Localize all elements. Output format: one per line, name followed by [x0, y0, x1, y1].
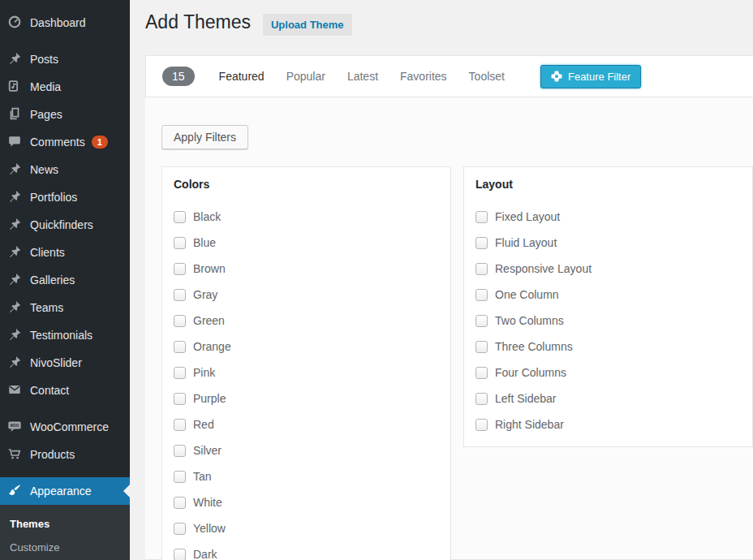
sidebar-item-posts[interactable]: Posts	[0, 45, 130, 73]
sidebar-item-pages[interactable]: Pages	[0, 101, 130, 128]
checkbox[interactable]	[174, 497, 186, 509]
sidebar-item-galleries[interactable]: Galleries	[0, 266, 130, 294]
theme-filter-bar: 15 Featured Popular Latest Favorites Too…	[145, 55, 753, 97]
woocommerce-icon: WOO	[6, 419, 23, 435]
checkbox[interactable]	[475, 315, 488, 327]
filter-link-popular[interactable]: Popular	[286, 70, 325, 83]
filter-link-latest[interactable]: Latest	[347, 70, 378, 83]
feature-filter-button[interactable]: Feature Filter	[540, 65, 641, 88]
checkbox[interactable]	[475, 367, 488, 379]
sidebar-item-label: Clients	[30, 246, 65, 259]
filter-option-fluid-layout: Fluid Layout	[475, 230, 741, 256]
checkbox[interactable]	[174, 523, 186, 535]
sidebar-item-label: Testimonials	[30, 329, 93, 342]
sidebar-item-label: Contact	[30, 384, 69, 397]
sidebar-item-label: Dashboard	[30, 16, 86, 29]
comments-count-badge: 1	[92, 136, 108, 149]
filter-option-fixed-layout: Fixed Layout	[475, 204, 741, 230]
checkbox[interactable]	[475, 341, 488, 353]
sidebar-item-media[interactable]: Media	[0, 73, 130, 101]
sidebar-item-clients[interactable]: Clients	[0, 239, 130, 266]
sidebar-item-news[interactable]: News	[0, 156, 130, 183]
appearance-submenu: Themes Customize	[0, 505, 130, 560]
sidebar-item-dashboard[interactable]: Dashboard	[0, 9, 130, 37]
checkbox[interactable]	[174, 445, 186, 457]
filter-links: Featured Popular Latest Favorites Toolse…	[219, 70, 527, 83]
filter-option-orange: Orange	[174, 334, 439, 360]
filter-group-colors: Colors Black Blue Brown Gray	[161, 166, 451, 560]
sidebar-item-label: News	[30, 163, 58, 176]
checkbox[interactable]	[174, 549, 186, 560]
sidebar-item-teams[interactable]: Teams	[0, 294, 130, 321]
filter-link-featured[interactable]: Featured	[219, 70, 265, 83]
sidebar-item-label: Galleries	[30, 274, 75, 286]
menu-separator	[0, 468, 130, 477]
checkbox[interactable]	[174, 419, 186, 431]
checkbox[interactable]	[174, 341, 186, 353]
gear-icon	[551, 71, 562, 82]
sidebar-item-woocommerce[interactable]: WOO WooCommerce	[0, 413, 130, 441]
filter-option-right-sidebar: Right Sidebar	[475, 411, 741, 437]
filter-link-toolset[interactable]: Toolset	[469, 70, 505, 83]
filter-link-favorites[interactable]: Favorites	[400, 70, 447, 83]
sidebar-item-label: Media	[30, 80, 61, 93]
pin-icon	[6, 162, 23, 178]
sidebar-item-products[interactable]: Products	[0, 441, 130, 468]
checkbox[interactable]	[174, 237, 186, 249]
apply-filters-button[interactable]: Apply Filters	[161, 125, 248, 149]
sidebar-item-quickfinders[interactable]: Quickfinders	[0, 211, 130, 239]
sidebar-item-comments[interactable]: Comments 1	[0, 128, 130, 156]
checkbox[interactable]	[475, 289, 488, 301]
filter-group-title: Colors	[174, 178, 439, 191]
sidebar-item-contact[interactable]: Contact	[0, 377, 130, 404]
main-content: Add Themes Upload Theme 15 Featured Popu…	[130, 0, 753, 560]
brush-icon	[6, 483, 23, 499]
pin-icon	[6, 244, 23, 261]
checkbox[interactable]	[174, 393, 186, 405]
filter-option-responsive-layout: Responsive Layout	[475, 256, 741, 282]
checkbox[interactable]	[475, 237, 488, 249]
pin-icon	[6, 327, 23, 343]
sidebar-item-portfolios[interactable]: Portfolios	[0, 183, 130, 211]
checkbox[interactable]	[475, 393, 488, 405]
checkbox[interactable]	[174, 289, 186, 301]
checkbox[interactable]	[174, 315, 186, 327]
filter-option-tan: Tan	[174, 463, 439, 489]
checkbox[interactable]	[475, 211, 488, 223]
cart-icon	[6, 446, 23, 463]
filter-option-four-columns: Four Columns	[475, 360, 741, 386]
filter-option-gray: Gray	[174, 282, 439, 308]
checkbox[interactable]	[174, 471, 186, 483]
filter-option-dark: Dark	[174, 541, 439, 560]
filter-option-three-columns: Three Columns	[475, 334, 741, 360]
sidebar-item-testimonials[interactable]: Testimonials	[0, 321, 130, 349]
upload-theme-button[interactable]: Upload Theme	[263, 14, 352, 36]
sidebar-item-label: Teams	[30, 301, 63, 314]
menu-separator	[0, 37, 130, 45]
checkbox[interactable]	[174, 263, 186, 275]
checkbox[interactable]	[475, 263, 488, 275]
sidebar-item-label: Posts	[30, 53, 58, 66]
checkbox[interactable]	[475, 419, 488, 431]
theme-count-badge: 15	[162, 67, 195, 86]
filter-group-layout: Layout Fixed Layout Fluid Layout Respons…	[463, 166, 753, 447]
submenu-item-themes[interactable]: Themes	[0, 512, 130, 536]
svg-text:WOO: WOO	[10, 424, 19, 428]
filter-groups: Colors Black Blue Brown Gray	[161, 166, 753, 560]
checkbox[interactable]	[174, 211, 186, 223]
sidebar-item-nivoslider[interactable]: NivoSlider	[0, 349, 130, 377]
sidebar-item-appearance[interactable]: Appearance	[0, 477, 130, 505]
filter-option-black: Black	[174, 204, 439, 230]
sidebar-item-label: Comments	[30, 136, 85, 149]
pin-icon	[6, 217, 23, 233]
checkbox[interactable]	[174, 367, 186, 379]
filter-option-yellow: Yellow	[174, 515, 439, 541]
submenu-item-customize[interactable]: Customize	[0, 536, 130, 559]
menu-separator	[0, 404, 130, 413]
filter-option-green: Green	[174, 308, 439, 334]
sidebar-item-label: Appearance	[30, 485, 92, 498]
pin-icon	[6, 272, 23, 288]
page-header: Add Themes Upload Theme	[130, 0, 753, 55]
comments-icon	[6, 134, 23, 150]
filter-option-blue: Blue	[174, 230, 439, 256]
